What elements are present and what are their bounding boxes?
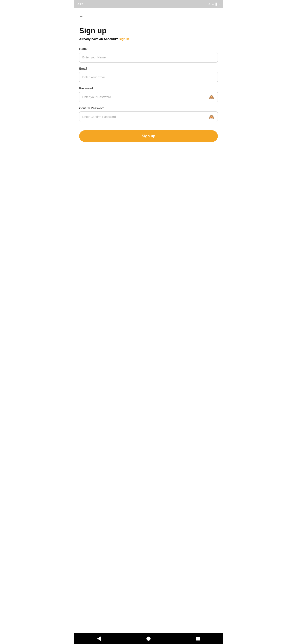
password-field-group: Password 🙈 [79, 86, 218, 102]
name-label: Name [79, 47, 218, 50]
status-bar: 6:22 ⚙ ▲ ▉ ▪ [74, 0, 223, 8]
eye-slash-icon: 🙈 [209, 94, 214, 100]
battery-icon: ▪ [219, 3, 220, 6]
signup-button[interactable]: Sign up [79, 130, 218, 142]
confirm-password-field-group: Confirm Password 🙈 [79, 106, 218, 122]
email-input-wrapper [79, 72, 218, 82]
settings-icon: ⚙ [208, 3, 211, 6]
back-arrow-icon: ← [79, 14, 83, 19]
back-button[interactable]: ← [77, 12, 85, 20]
password-input-wrapper: 🙈 [79, 92, 218, 102]
name-field-group: Name [79, 47, 218, 62]
password-input[interactable] [79, 92, 218, 102]
name-input-wrapper [79, 52, 218, 62]
already-account-text: Already have an Account? Sign In [79, 37, 218, 41]
back-area: ← [74, 8, 223, 22]
email-label: Email [79, 67, 218, 70]
toggle-confirm-password-visibility-button[interactable]: 🙈 [208, 114, 215, 120]
signal-icon: ▉ [216, 3, 217, 6]
status-time: 6:22 [77, 3, 83, 6]
status-icons: ⚙ ▲ ▉ ▪ [208, 3, 220, 6]
wifi-icon: ▲ [212, 3, 214, 6]
confirm-password-input[interactable] [79, 112, 218, 122]
confirm-eye-slash-icon: 🙈 [209, 114, 214, 119]
confirm-password-label: Confirm Password [79, 106, 218, 110]
password-label: Password [79, 86, 218, 90]
email-input[interactable] [79, 72, 218, 82]
signup-form-container: Sign up Already have an Account? Sign In… [74, 22, 223, 146]
page-title: Sign up [79, 26, 218, 35]
email-field-group: Email [79, 67, 218, 82]
confirm-password-input-wrapper: 🙈 [79, 112, 218, 122]
toggle-password-visibility-button[interactable]: 🙈 [208, 94, 215, 100]
signin-link[interactable]: Sign In [119, 37, 129, 41]
name-input[interactable] [79, 52, 218, 62]
